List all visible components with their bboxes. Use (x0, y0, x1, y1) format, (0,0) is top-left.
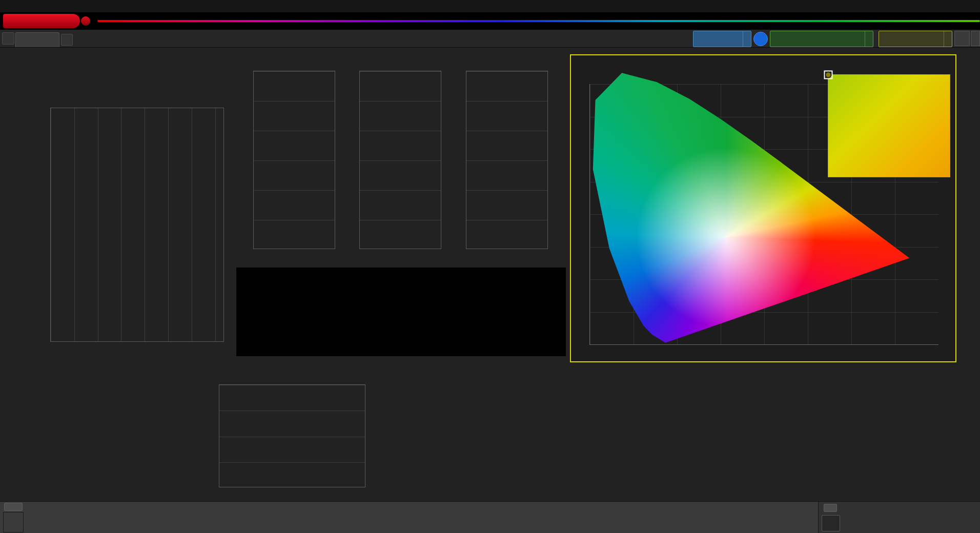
deltah-plot[interactable] (466, 71, 548, 249)
close-button[interactable] (962, 0, 980, 12)
window-titlebar (0, 0, 980, 12)
swatch-row-label-actual (237, 277, 246, 313)
more-options-button[interactable] (971, 31, 980, 46)
swatch-strip (236, 268, 566, 356)
deltal-plot[interactable] (253, 71, 335, 249)
deltah-ylabels (444, 71, 464, 249)
deltal-ylabels (232, 71, 251, 249)
display-control-dropdown[interactable] (879, 31, 952, 47)
back-button[interactable] (850, 516, 855, 531)
pattern-generator-dropdown[interactable] (770, 31, 873, 47)
cie-chart-panel[interactable] (570, 54, 956, 362)
calman-app (0, 0, 980, 533)
chevron-up-icon[interactable] (4, 503, 23, 511)
deltac-ylabels (338, 71, 357, 249)
tab-history-1[interactable] (15, 32, 59, 47)
calman-logo[interactable] (3, 14, 80, 28)
current-pattern-swatch (3, 512, 24, 532)
chevron-down-icon[interactable] (865, 31, 873, 47)
rainbow-divider (97, 20, 980, 22)
add-tab-button[interactable] (61, 34, 73, 46)
cie-ylabels (571, 84, 586, 344)
rgb-plot[interactable] (219, 384, 365, 487)
logo-bar (0, 12, 980, 30)
maximize-button[interactable] (940, 0, 961, 12)
transport-zone (818, 502, 980, 533)
deltac-plot[interactable] (359, 71, 441, 249)
settings-gear-button[interactable] (954, 31, 970, 46)
chevron-down-icon[interactable] (743, 31, 751, 47)
deltae-ylabels (15, 108, 47, 342)
pattern-window-badge[interactable] (753, 32, 768, 46)
chevron-down-icon[interactable] (944, 31, 952, 47)
meter-dropdown[interactable] (693, 31, 751, 47)
cie-zoom-inset (828, 74, 950, 177)
stop-pattern-button[interactable] (822, 515, 840, 531)
pattern-swatches (27, 502, 416, 533)
bottom-bar (0, 501, 980, 533)
deltae-plot[interactable] (50, 108, 224, 342)
minimize-button[interactable] (917, 0, 938, 12)
logo-menu-button[interactable] (81, 16, 90, 26)
deltae-xticks (50, 344, 224, 353)
inset-measurement-dot (825, 72, 832, 78)
swatch-row-label-target (237, 310, 246, 345)
cie-xlabels (589, 347, 938, 356)
tab-scroll-button[interactable] (2, 32, 14, 45)
next-button[interactable] (911, 516, 915, 531)
chevron-up-icon[interactable] (824, 504, 837, 512)
rgb-ylabels (195, 384, 216, 487)
